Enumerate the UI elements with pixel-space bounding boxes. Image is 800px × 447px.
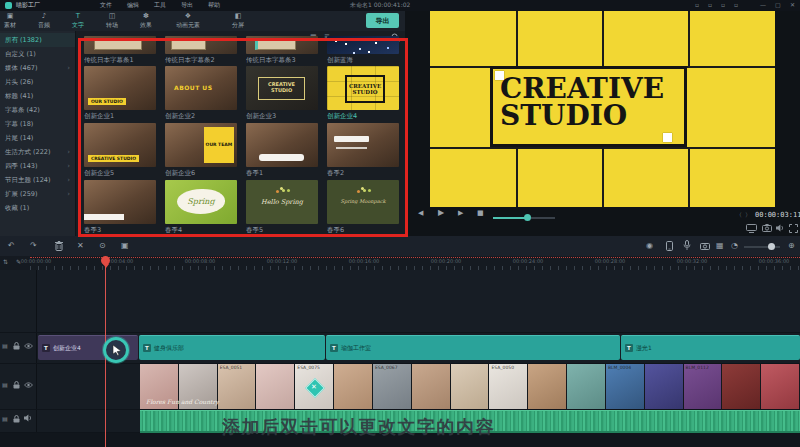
lock-icon[interactable] (13, 415, 20, 423)
template-item[interactable]: 春季2 (327, 123, 399, 178)
template-item[interactable]: OUR STUDIO创新企业1 (84, 66, 156, 121)
title-clip[interactable]: T瑜伽工作室 (326, 335, 620, 360)
track-menu-icon[interactable]: ▤ (2, 342, 8, 349)
video-track-clip[interactable]: ESA_0051ESA_0075ESA_0067ESA_0050BLM_0004… (140, 364, 800, 409)
sidebar-item[interactable]: 生活方式 (222)› (0, 145, 75, 159)
template-item[interactable]: 春季3 (84, 180, 156, 235)
titlebar-tool-icon-2[interactable]: ▫ (708, 1, 712, 8)
sidebar-item[interactable]: 片头 (26) (0, 75, 75, 89)
empty-track-space[interactable] (0, 270, 800, 333)
playhead-pin[interactable] (101, 256, 110, 265)
microphone-icon[interactable] (683, 240, 691, 251)
split-scissors-icon[interactable]: ✕ (77, 241, 84, 251)
template-art (94, 40, 142, 49)
template-item[interactable]: 创新蓝海 (327, 36, 399, 65)
eye-icon[interactable] (24, 382, 33, 388)
mark-out-icon[interactable]: 〉 (745, 211, 751, 220)
redo-icon[interactable]: ↷ (30, 241, 37, 251)
play-icon[interactable]: ▶ (438, 208, 444, 217)
sidebar-item[interactable]: 自定义 (1) (0, 47, 75, 61)
record-snapshot-icon[interactable] (700, 242, 710, 250)
tab-transition[interactable]: ◫转场 (106, 12, 118, 29)
track-height-icon[interactable]: ⇅ (3, 258, 8, 265)
ruler-timecode-label: 00:00:00:00 (21, 258, 52, 264)
menu-file[interactable]: 文件 (100, 1, 112, 10)
render-preview-icon[interactable]: ◉ (646, 241, 653, 251)
close-icon[interactable]: ✕ (790, 1, 795, 8)
phone-icon[interactable] (666, 241, 673, 251)
titlebar-tool-icon-4[interactable]: ▫ (734, 1, 738, 8)
sidebar-item[interactable]: 标题 (41) (0, 89, 75, 103)
sidebar-item[interactable]: 字幕条 (42) (0, 103, 75, 117)
titlebar-tool-icon-3[interactable]: ▫ (721, 1, 725, 8)
mixer-icon[interactable]: ▦ (716, 241, 724, 251)
tab-effects[interactable]: ✽效果 (140, 12, 152, 29)
previous-frame-icon[interactable]: ◀ (418, 209, 423, 217)
export-button[interactable]: 导出 (366, 13, 399, 28)
template-item[interactable]: Spring春季4 (165, 180, 237, 235)
tab-elements[interactable]: ❖动画元素 (176, 12, 200, 29)
template-art: CREATIVE STUDIO (258, 77, 305, 100)
mark-in-icon[interactable]: 〈 (736, 211, 742, 220)
selection-handle-topleft[interactable] (495, 71, 504, 80)
next-frame-icon[interactable]: ▶ (458, 209, 463, 217)
track-menu-icon[interactable]: ▤ (2, 381, 8, 388)
track-menu-icon[interactable]: ▤ (2, 415, 8, 422)
template-item[interactable]: OUR TEAM创新企业6 (165, 123, 237, 178)
template-item[interactable]: CREATIVE STUDIO创新企业5 (84, 123, 156, 178)
tab-text[interactable]: T文字 (72, 12, 84, 29)
sidebar-item[interactable]: 收藏 (1) (0, 201, 75, 215)
menu-edit[interactable]: 编辑 (127, 1, 139, 10)
delete-trash-icon[interactable] (55, 241, 63, 251)
lock-icon[interactable] (13, 381, 20, 389)
template-item[interactable]: ABOUT US创新企业2 (165, 66, 237, 121)
clock-icon[interactable]: ◔ (731, 241, 738, 251)
fullscreen-icon[interactable] (789, 224, 798, 233)
timeline-zoom-knob[interactable] (768, 243, 775, 250)
volume-icon[interactable] (776, 224, 785, 232)
display-icon[interactable] (746, 224, 757, 233)
sidebar-item[interactable]: 所有 (1382) (0, 33, 75, 47)
crop-icon[interactable]: ⊙ (99, 241, 106, 251)
template-item[interactable]: 春季1 (246, 123, 318, 178)
app-name: 喵影工厂 (16, 1, 40, 10)
template-item[interactable]: Spring Moonpack春季6 (327, 180, 399, 235)
speaker-icon[interactable] (24, 414, 33, 422)
tab-audio[interactable]: ♪音频 (38, 12, 50, 29)
template-item[interactable]: 传统日本字幕条2 (165, 36, 237, 65)
template-item[interactable]: Hello Spring春季5 (246, 180, 318, 235)
sidebar-item[interactable]: 片尾 (14) (0, 131, 75, 145)
sidebar-item[interactable]: 扩展 (259)› (0, 187, 75, 201)
tab-split-screen[interactable]: ◧分屏 (232, 12, 244, 29)
title-text-box[interactable]: CREATIVE STUDIO (490, 66, 687, 147)
minimize-icon[interactable]: — (760, 1, 766, 8)
sidebar-item[interactable]: 字幕 (18) (0, 117, 75, 131)
selection-handle-bottomright[interactable] (663, 133, 672, 142)
stop-icon[interactable]: ■ (477, 209, 484, 217)
maximize-icon[interactable]: ▢ (775, 1, 781, 8)
titlebar-tool-icon-1[interactable]: ▫ (695, 1, 699, 8)
zoom-fit-icon[interactable]: ⊕ (788, 241, 795, 251)
menu-tools[interactable]: 工具 (154, 1, 166, 10)
title-clip[interactable]: T健身俱乐部 (139, 335, 325, 360)
transition-icon[interactable]: ✕ (306, 379, 322, 395)
template-item[interactable]: CREATIVE STUDIO创新企业3 (246, 66, 318, 121)
preview-progress-knob[interactable] (524, 214, 531, 221)
sidebar-item[interactable]: 媒体 (467)› (0, 61, 75, 75)
template-item[interactable]: 传统日本字幕条1 (84, 36, 156, 65)
snapshot-camera-icon[interactable] (762, 224, 772, 232)
lock-icon[interactable] (13, 342, 20, 350)
menu-export[interactable]: 导出 (181, 1, 193, 10)
title-clip[interactable]: T漫光1 (621, 335, 800, 360)
template-item[interactable]: CREATIVE STUDIO创新企业4 (327, 66, 399, 121)
template-item[interactable]: 传统日本字幕条3 (246, 36, 318, 65)
menu-help[interactable]: 帮助 (208, 1, 220, 10)
template-thumbnail (327, 36, 399, 54)
sidebar-item[interactable]: 节日主题 (124)› (0, 173, 75, 187)
undo-icon[interactable]: ↶ (8, 241, 15, 251)
sidebar-item[interactable]: 四季 (143)› (0, 159, 75, 173)
marker-icon[interactable]: ▣ (121, 241, 129, 251)
preview-canvas[interactable]: CREATIVE STUDIO (430, 11, 775, 207)
eye-icon[interactable] (24, 343, 33, 349)
tab-media[interactable]: ▣素材 (4, 12, 16, 29)
